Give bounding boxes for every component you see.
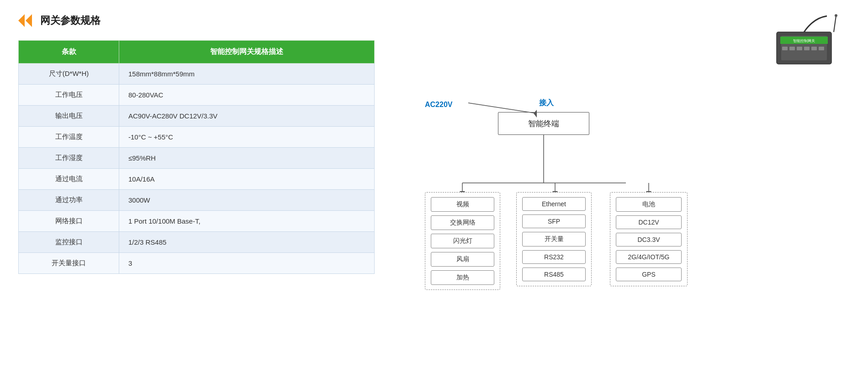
dash-box-left: 视频 交换网络 闪光灯 风扇 加热 <box>425 192 500 290</box>
item-switch-net: 交换网络 <box>431 215 494 230</box>
svg-point-13 <box>835 14 837 17</box>
ac-label: AC220V <box>425 101 452 109</box>
item-dc12v: DC12V <box>616 215 682 229</box>
item-video: 视频 <box>431 197 494 212</box>
svg-rect-9 <box>804 47 810 50</box>
table-cell-label: 通过功率 <box>19 190 119 211</box>
table-cell-value: -10°C ~ +55°C <box>119 127 375 148</box>
table-cell-value: 3 <box>119 253 375 274</box>
item-dc33v: DC3.3V <box>616 233 682 246</box>
table-cell-value: 10A/16A <box>119 169 375 190</box>
item-ethernet: Ethernet <box>522 197 586 211</box>
item-battery: 电池 <box>616 197 682 212</box>
left-panel: 网关参数规格 条款 智能控制网关规格描述 尺寸(D*W*H)158mm*88mm… <box>18 14 393 361</box>
dash-box-right: 电池 DC12V DC3.3V 2G/4G/IOT/5G GPS <box>610 192 688 286</box>
item-sfp: SFP <box>522 214 586 228</box>
page-title: 网关参数规格 <box>40 14 101 27</box>
table-cell-label: 开关量接口 <box>19 253 119 274</box>
table-cell-label: 输出电压 <box>19 106 119 127</box>
item-rs232: RS232 <box>522 250 586 264</box>
device-image: 智能控制网关 <box>763 14 845 73</box>
table-cell-label: 通过电流 <box>19 169 119 190</box>
right-panel: 智能控制网关 AC220V 接入 <box>420 14 850 361</box>
table-cell-value: 80-280VAC <box>119 85 375 106</box>
svg-marker-1 <box>26 14 32 27</box>
svg-rect-11 <box>819 47 824 50</box>
table-cell-label: 工作湿度 <box>19 148 119 169</box>
svg-line-12 <box>834 16 836 32</box>
arrow-label: 接入 <box>539 98 554 108</box>
table-cell-label: 监控接口 <box>19 232 119 253</box>
dash-box-center: Ethernet SFP 开关量 RS232 RS485 <box>516 192 592 286</box>
item-switch-qty: 开关量 <box>522 232 586 246</box>
chevron-icon <box>18 14 35 27</box>
table-cell-label: 尺寸(D*W*H) <box>19 64 119 85</box>
col2-header: 智能控制网关规格描述 <box>119 41 375 64</box>
item-2g4g: 2G/4G/IOT/5G <box>616 250 682 264</box>
item-flash: 闪光灯 <box>431 234 494 248</box>
spec-table: 条款 智能控制网关规格描述 尺寸(D*W*H)158mm*88mm*59mm工作… <box>18 40 375 274</box>
item-gps: GPS <box>616 268 682 281</box>
item-heat: 加热 <box>431 270 494 285</box>
svg-rect-10 <box>811 47 817 50</box>
table-cell-value: 1 Port 10/100M Base-T, <box>119 211 375 232</box>
smart-terminal: 智能终端 <box>498 112 589 135</box>
page-title-row: 网关参数规格 <box>18 14 393 27</box>
table-cell-label: 工作电压 <box>19 85 119 106</box>
svg-rect-6 <box>782 47 788 50</box>
svg-text:智能控制网关: 智能控制网关 <box>793 39 815 43</box>
diagram-area: 智能控制网关 AC220V 接入 <box>420 14 850 361</box>
svg-rect-7 <box>789 47 795 50</box>
svg-marker-0 <box>18 14 25 27</box>
col1-header: 条款 <box>19 41 119 64</box>
table-cell-label: 网络接口 <box>19 211 119 232</box>
table-cell-value: ≤95%RH <box>119 148 375 169</box>
table-cell-value: 158mm*88mm*59mm <box>119 64 375 85</box>
table-cell-label: 工作温度 <box>19 127 119 148</box>
table-cell-value: 3000W <box>119 190 375 211</box>
item-fan: 风扇 <box>431 252 494 267</box>
item-rs485: RS485 <box>522 268 586 281</box>
table-cell-value: 1/2/3 RS485 <box>119 232 375 253</box>
table-cell-value: AC90V-AC280V DC12V/3.3V <box>119 106 375 127</box>
svg-rect-8 <box>797 47 802 50</box>
